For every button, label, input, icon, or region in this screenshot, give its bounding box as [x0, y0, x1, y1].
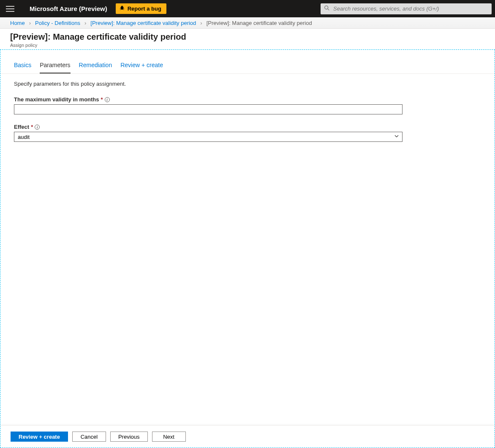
chevron-right-icon: ›: [84, 20, 86, 26]
breadcrumb: Home › Policy - Definitions › [Preview]:…: [0, 17, 495, 29]
max-validity-input[interactable]: [14, 104, 403, 114]
breadcrumb-home[interactable]: Home: [10, 20, 25, 26]
hamburger-icon[interactable]: [6, 6, 14, 12]
field-effect: Effect * i: [14, 124, 403, 142]
breadcrumb-policy-definitions[interactable]: Policy - Definitions: [35, 20, 80, 26]
info-icon[interactable]: i: [35, 125, 40, 130]
cancel-button[interactable]: Cancel: [72, 432, 106, 442]
field-max-validity: The maximum validity in months * i: [14, 96, 403, 114]
info-icon[interactable]: i: [105, 97, 110, 102]
svg-point-0: [325, 6, 328, 9]
field-label-text: Effect: [14, 124, 29, 130]
svg-line-1: [328, 9, 329, 11]
tab-parameters[interactable]: Parameters: [40, 62, 70, 73]
field-label-text: The maximum validity in months: [14, 96, 99, 103]
review-create-button[interactable]: Review + create: [11, 432, 68, 442]
brand-label: Microsoft Azure (Preview): [30, 5, 107, 12]
report-bug-button[interactable]: Report a bug: [116, 3, 166, 14]
search-input[interactable]: [333, 5, 488, 12]
tab-review-create[interactable]: Review + create: [120, 62, 163, 73]
chevron-right-icon: ›: [200, 20, 202, 26]
footer-actions: Review + create Cancel Previous Next: [0, 425, 495, 448]
search-icon: [324, 5, 330, 12]
effect-select[interactable]: [14, 132, 403, 142]
form-description: Specify parameters for this policy assig…: [14, 81, 481, 87]
breadcrumb-policy-definition-detail[interactable]: [Preview]: Manage certificate validity p…: [90, 20, 196, 26]
next-button[interactable]: Next: [152, 432, 186, 442]
required-indicator: *: [101, 96, 103, 103]
page-title: [Preview]: Manage certificate validity p…: [10, 32, 485, 42]
chevron-right-icon: ›: [29, 20, 31, 26]
page-header: [Preview]: Manage certificate validity p…: [0, 29, 495, 49]
previous-button[interactable]: Previous: [110, 432, 148, 442]
form-area: Specify parameters for this policy assig…: [0, 74, 495, 425]
content-panel: Basics Parameters Remediation Review + c…: [0, 49, 495, 448]
field-effect-label: Effect * i: [14, 124, 403, 130]
report-bug-label: Report a bug: [128, 5, 161, 12]
tabs: Basics Parameters Remediation Review + c…: [0, 50, 495, 74]
global-search[interactable]: [321, 3, 492, 14]
required-indicator: *: [31, 124, 33, 130]
bug-icon: [119, 5, 125, 12]
field-max-validity-label: The maximum validity in months * i: [14, 96, 403, 103]
top-bar: Microsoft Azure (Preview) Report a bug: [0, 0, 495, 17]
breadcrumb-current: [Preview]: Manage certificate validity p…: [207, 20, 312, 26]
page-subtitle: Assign policy: [10, 43, 485, 48]
tab-basics[interactable]: Basics: [14, 62, 31, 73]
tab-remediation[interactable]: Remediation: [79, 62, 112, 73]
